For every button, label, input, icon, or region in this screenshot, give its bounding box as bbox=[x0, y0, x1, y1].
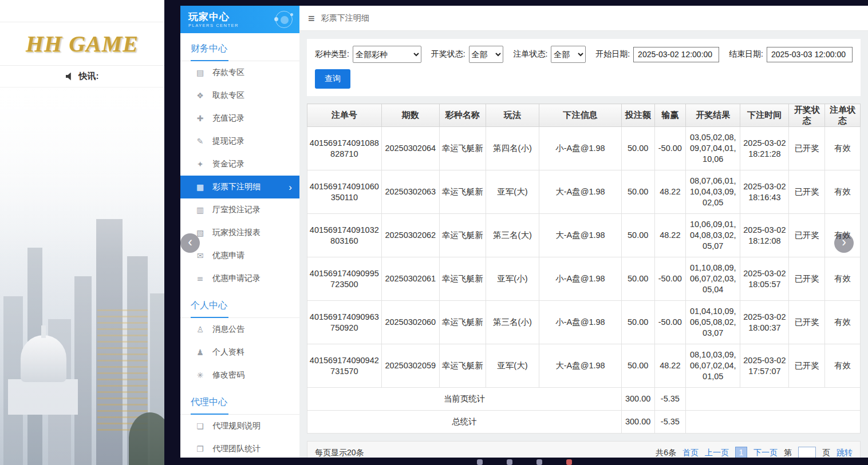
sidebar-item-label: 个人资料 bbox=[212, 347, 244, 357]
current-page-indicator[interactable]: 1 bbox=[735, 447, 747, 458]
chevron-right-icon: › bbox=[842, 235, 846, 250]
table-cell: 20250302064 bbox=[381, 127, 439, 170]
column-header: 注单状态 bbox=[825, 104, 861, 127]
table-cell: 2025-03-02 18:16:43 bbox=[740, 170, 789, 214]
filter-actions: 查询 bbox=[315, 69, 853, 89]
table-cell: 亚军(大) bbox=[486, 344, 539, 388]
prev-page-link[interactable]: 上一页 bbox=[705, 448, 729, 458]
table-cell: 有效 bbox=[825, 344, 861, 388]
table-cell: 第四名(小) bbox=[486, 127, 539, 170]
sidebar-item-label: 优惠申请记录 bbox=[212, 273, 261, 284]
table-cell: 03,05,02,08,09,07,04,01,10,06 bbox=[686, 127, 740, 170]
table-header-row: 注单号期数彩种名称玩法下注信息投注额输赢开奖结果下注时间开奖状态注单状态 bbox=[307, 104, 861, 127]
table-cell: 01,04,10,09,06,05,08,02,03,07 bbox=[686, 301, 740, 344]
decorative-globe-icon bbox=[275, 11, 293, 28]
lottery-bet-icon: ▦ bbox=[195, 182, 205, 192]
footer-icon[interactable] bbox=[566, 459, 572, 465]
table-cell: 401569174090963750920 bbox=[307, 301, 382, 344]
column-header: 下注时间 bbox=[740, 104, 789, 127]
carousel-prev-button[interactable]: ‹ bbox=[180, 233, 200, 253]
sidebar-item-change-password[interactable]: ✳修改密码 bbox=[180, 364, 299, 387]
per-page-label: 每页显示20条 bbox=[315, 448, 364, 458]
table-cell: 50.00 bbox=[621, 344, 654, 388]
sidebar-item-deposit-zone[interactable]: ▤存款专区 bbox=[180, 61, 299, 84]
table-cell: 已开奖 bbox=[789, 344, 825, 388]
sidebar-item-hall-bet-records[interactable]: ▥厅室投注记录 bbox=[180, 198, 299, 221]
table-row: 40156917409106035011020250302063幸运飞艇新亚军(… bbox=[307, 170, 861, 214]
hall-bet-icon: ▥ bbox=[195, 205, 205, 214]
table-cell: 08,07,06,01,10,04,03,09,02,05 bbox=[686, 170, 740, 214]
sidebar-item-messages[interactable]: ♙消息公告 bbox=[180, 318, 299, 341]
jump-link[interactable]: 跳转 bbox=[837, 448, 853, 458]
table-cell: 小-A盘@1.98 bbox=[539, 257, 622, 301]
column-header: 下注信息 bbox=[539, 104, 622, 127]
summary-row: 当前页统计300.00-5.35 bbox=[307, 388, 861, 411]
footer-icon[interactable] bbox=[477, 459, 483, 465]
column-header: 注单号 bbox=[307, 104, 382, 127]
table-cell: 401569174091060350110 bbox=[307, 170, 382, 214]
sidebar-item-label: 优惠申请 bbox=[212, 251, 244, 261]
table-cell: 2025-03-02 18:00:37 bbox=[740, 301, 789, 344]
draw-status-select[interactable]: 全部 bbox=[469, 46, 504, 63]
table-cell: -50.00 bbox=[654, 301, 686, 344]
table-cell: 10,06,09,01,04,08,03,02,05,07 bbox=[686, 214, 740, 257]
table-cell: 大-A盘@1.98 bbox=[539, 214, 622, 257]
sidebar-item-withdraw-zone[interactable]: ❖取款专区 bbox=[180, 84, 299, 107]
table-row: 40156917409108882871020250302064幸运飞艇新第四名… bbox=[307, 127, 861, 170]
sidebar-section-title: 财务中心 bbox=[180, 33, 299, 61]
announcement-icon: ♙ bbox=[195, 325, 205, 334]
first-page-link[interactable]: 首页 bbox=[682, 448, 699, 458]
summary-bet-total: 300.00 bbox=[621, 388, 654, 411]
menu-toggle-icon[interactable]: ≡ bbox=[308, 13, 315, 24]
end-date-input[interactable] bbox=[767, 47, 853, 62]
table-cell: -50.00 bbox=[654, 257, 686, 301]
search-button[interactable]: 查询 bbox=[315, 69, 350, 89]
table-cell: 幸运飞艇新 bbox=[439, 127, 486, 170]
page-title: 彩票下注明细 bbox=[321, 13, 369, 23]
deposit-icon: ▤ bbox=[195, 68, 205, 77]
table-cell: 已开奖 bbox=[789, 214, 825, 257]
next-page-link[interactable]: 下一页 bbox=[753, 448, 778, 458]
withdraw-record-icon: ✎ bbox=[195, 137, 205, 146]
column-header: 开奖结果 bbox=[686, 104, 740, 127]
pagination-bar: 每页显示20条 共6条 首页 上一页 1 下一页 第 页 跳转 bbox=[307, 441, 861, 458]
city-skyline-image bbox=[0, 88, 164, 465]
summary-winloss-total: -5.35 bbox=[654, 411, 686, 434]
sidebar: 玩家中心 PLAYERS CENTER 财务中心▤存款专区❖取款专区✚充值记录✎… bbox=[180, 6, 299, 458]
table-cell: 08,10,03,09,06,07,02,04,01,05 bbox=[686, 344, 740, 388]
table-cell: 50.00 bbox=[621, 127, 654, 170]
sidebar-item-label: 消息公告 bbox=[212, 324, 244, 335]
sidebar-item-lottery-bet-details[interactable]: ▦彩票下注明细› bbox=[180, 176, 299, 198]
table-cell: 401569174090942731570 bbox=[307, 344, 382, 388]
sidebar-item-profile[interactable]: ♟个人资料 bbox=[180, 341, 299, 364]
table-cell: 48.22 bbox=[654, 214, 686, 257]
news-label: 快讯: bbox=[79, 71, 99, 82]
table-cell: 401569174091088828710 bbox=[307, 127, 382, 170]
start-date-label: 开始日期: bbox=[595, 49, 630, 59]
chevron-left-icon: ‹ bbox=[188, 235, 192, 250]
carousel-next-button[interactable]: › bbox=[834, 233, 854, 253]
table-cell: 50.00 bbox=[621, 301, 654, 344]
page-jump-input[interactable] bbox=[798, 447, 816, 458]
sidebar-item-recharge-records[interactable]: ✚充值记录 bbox=[180, 107, 299, 130]
sidebar-item-label: 资金记录 bbox=[212, 159, 244, 169]
footer-icon[interactable] bbox=[507, 459, 512, 465]
promo-apply-icon: ✉ bbox=[195, 251, 205, 260]
table-cell: 01,10,08,09,06,07,02,03,05,04 bbox=[686, 257, 740, 301]
footer-icon[interactable] bbox=[536, 459, 542, 465]
withdraw-icon: ❖ bbox=[195, 91, 205, 100]
main-content: ≡ 彩票下注明细 彩种类型: 全部彩种 开奖状态: 全部 注单状态: 全部 bbox=[299, 6, 868, 458]
table-cell: 小-A盘@1.98 bbox=[539, 127, 622, 170]
table-cell: 48.22 bbox=[654, 344, 686, 388]
sidebar-item-withdraw-records[interactable]: ✎提现记录 bbox=[180, 130, 299, 153]
column-header: 投注额 bbox=[621, 104, 654, 127]
order-status-select[interactable]: 全部 bbox=[551, 46, 586, 63]
table-cell: 2025-03-02 18:21:28 bbox=[740, 127, 789, 170]
sidebar-item-fund-records[interactable]: ✦资金记录 bbox=[180, 153, 299, 176]
sidebar-item-promo-apply-records[interactable]: ≡优惠申请记录 bbox=[180, 267, 299, 290]
start-date-input[interactable] bbox=[633, 47, 719, 62]
lottery-type-select[interactable]: 全部彩种 bbox=[353, 46, 421, 63]
sidebar-item-agent-rules[interactable]: ❏代理规则说明 bbox=[180, 415, 299, 438]
sidebar-item-agent-team-stats[interactable]: ❐代理团队统计 bbox=[180, 438, 299, 458]
table-cell: 有效 bbox=[825, 170, 861, 214]
